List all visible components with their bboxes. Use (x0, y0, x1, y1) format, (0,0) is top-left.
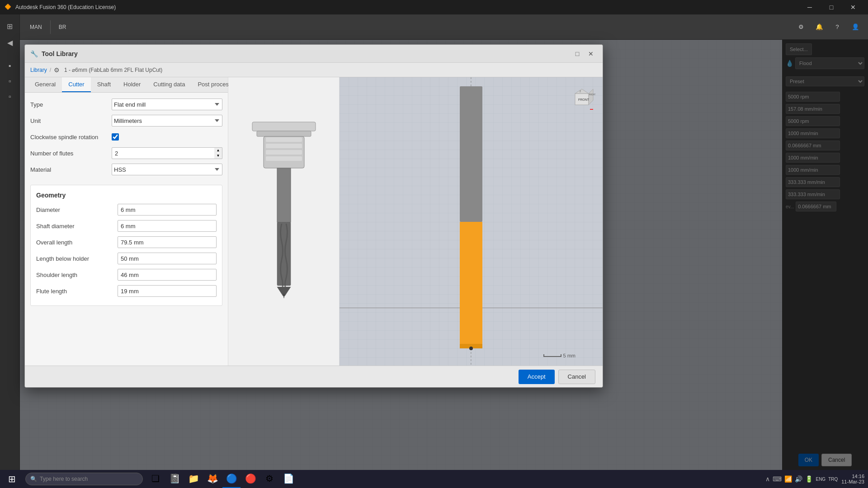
taskbar-app-notepad[interactable]: 📓 (165, 470, 184, 488)
taskbar-app-doc[interactable]: 📄 (279, 470, 297, 488)
title-bar: 🔶 Autodesk Fusion 360 (Education License… (0, 0, 868, 14)
tab-cutting-data[interactable]: Cutting data (147, 77, 191, 92)
sidebar-grid-icon[interactable]: ⊞ (3, 19, 17, 33)
svg-rect-15 (460, 86, 482, 222)
close-btn[interactable]: ✕ (843, 0, 863, 14)
scale-text: 5 mm (563, 353, 576, 358)
svg-rect-4 (266, 137, 302, 142)
dialog-maximize-btn[interactable]: □ (571, 49, 584, 59)
tool-preview-area (228, 77, 340, 366)
material-select[interactable]: HSS (112, 164, 222, 175)
geometry-section: Geometry Diameter Shaft diameter Overall (30, 185, 222, 306)
vp-tool-svg (453, 86, 489, 357)
tray-wifi-icon[interactable]: 🔊 (795, 475, 802, 483)
app-red-icon: 🔴 (245, 473, 256, 484)
length-below-holder-input[interactable] (118, 253, 217, 264)
dialog-title-icon: 🔧 (30, 50, 38, 57)
tray-battery-icon[interactable]: 🔋 (805, 475, 813, 483)
toolbar-settings-icon[interactable]: ⚙ (794, 20, 808, 34)
left-sidebar: ⊞ ◀ ▪ ▫ ▫ (0, 14, 20, 488)
shoulder-length-input[interactable] (118, 269, 217, 281)
taskbar-app-red[interactable]: 🔴 (241, 470, 259, 488)
tab-holder[interactable]: Holder (117, 77, 147, 92)
sidebar-item2[interactable]: ▫ (3, 74, 17, 89)
window-controls: ─ □ ✕ (799, 0, 863, 14)
tray-network-icon[interactable]: 📶 (784, 475, 792, 483)
shoulder-length-label: Shoulder length (36, 272, 118, 278)
length-below-holder-row: Length below holder (36, 252, 217, 265)
sidebar-item1[interactable]: ▪ (3, 59, 17, 73)
app-area: ⊞ ◀ ▪ ▫ ▫ MAN BR ⚙ 🔔 ? 👤 (0, 14, 868, 488)
length-below-holder-label: Length below holder (36, 255, 118, 262)
doc-icon: 📄 (283, 473, 294, 484)
svg-rect-8 (277, 168, 291, 222)
toolbar-bell-icon[interactable]: 🔔 (812, 20, 826, 34)
panel-content: Type Flat end mill Unit Millimeters (25, 93, 228, 366)
svg-marker-21 (589, 89, 593, 105)
toolbar-user-icon[interactable]: 👤 (848, 20, 863, 34)
breadcrumb-item-icon: ⚙ (54, 66, 60, 74)
dialog-viewport: 5 mm FRONT RIGHT Z (340, 77, 603, 366)
firefox-icon: 🦊 (207, 473, 218, 484)
shaft-diameter-input[interactable] (118, 220, 217, 232)
search-icon: 🔍 (30, 476, 37, 482)
taskbar-app-firefox[interactable]: 🦊 (203, 470, 222, 488)
sidebar-arrow-icon[interactable]: ◀ (3, 35, 17, 50)
unit-select[interactable]: Millimeters (112, 115, 222, 127)
search-placeholder[interactable]: Type here to search (40, 476, 88, 482)
cancel-button[interactable]: Cancel (558, 370, 595, 384)
taskbar-app-taskview[interactable]: ❏ (146, 470, 165, 488)
spindle-checkbox[interactable] (112, 133, 119, 141)
spindle-row: Clockwise spindle rotation (30, 131, 222, 143)
flute-length-label: Flute length (36, 288, 118, 295)
search-bar: 🔍 Type here to search (25, 473, 143, 485)
taskbar-app-settings[interactable]: ⚙ (260, 470, 278, 488)
tray-lang: ENG (816, 477, 826, 482)
sidebar-item3[interactable]: ▫ (3, 89, 17, 104)
tab-shaft[interactable]: Shaft (91, 77, 117, 92)
clock-date: 11-Mar-23 (841, 479, 864, 484)
flutes-up-btn[interactable]: ▲ (214, 148, 222, 153)
dialog-body: General Cutter Shaft Holder Cutting data… (25, 77, 603, 366)
tab-general[interactable]: General (28, 77, 62, 92)
material-row: Material HSS (30, 163, 222, 176)
geometry-title: Geometry (36, 190, 217, 199)
maximize-btn[interactable]: □ (821, 0, 842, 14)
nav-cube[interactable]: FRONT RIGHT Z (568, 84, 595, 112)
toolbar-help-icon[interactable]: ? (830, 20, 844, 34)
diameter-input[interactable] (118, 204, 217, 216)
accept-button[interactable]: Accept (519, 370, 555, 384)
dialog-close-btn[interactable]: ✕ (585, 49, 597, 59)
tab-cutter[interactable]: Cutter (62, 77, 90, 92)
type-select[interactable]: Flat end mill (112, 99, 222, 110)
clock-time: 14:16 (841, 474, 864, 479)
start-button[interactable]: ⊞ (0, 470, 24, 488)
overall-length-input[interactable] (118, 236, 217, 248)
tray-up-icon[interactable]: ∧ (765, 475, 770, 483)
svg-text:Z: Z (580, 90, 581, 93)
taskbar-apps: ❏ 📓 📁 🦊 🔵 🔴 ⚙ 📄 (146, 470, 297, 488)
shaft-diameter-label: Shaft diameter (36, 223, 118, 230)
shoulder-length-row: Shoulder length (36, 268, 217, 281)
svg-rect-1 (252, 122, 316, 131)
man-button[interactable]: MAN (25, 19, 47, 35)
spindle-label: Clockwise spindle rotation (30, 134, 112, 141)
flutes-down-btn[interactable]: ▼ (214, 153, 222, 159)
taskbar-app-fusion[interactable]: 🔵 (222, 470, 241, 488)
br-button[interactable]: BR (54, 19, 71, 35)
scale-line (543, 354, 561, 357)
taskbar-clock: 14:16 11-Mar-23 (841, 474, 864, 484)
flute-length-input[interactable] (118, 285, 217, 297)
breadcrumb-library-link[interactable]: Library (30, 67, 47, 73)
vp-tool-container (453, 86, 489, 359)
overall-length-row: Overall length (36, 236, 217, 249)
breadcrumb-separator: / (50, 67, 51, 73)
scale-bar: 5 mm (543, 353, 576, 358)
minimize-btn[interactable]: ─ (799, 0, 820, 14)
taskbar-app-filemanager[interactable]: 📁 (184, 470, 203, 488)
flutes-label: Number of flutes (30, 150, 112, 157)
flutes-input[interactable] (112, 147, 222, 159)
toolbar-right: ⚙ 🔔 ? 👤 (794, 20, 863, 34)
nav-cube-svg: FRONT RIGHT Z (568, 84, 595, 112)
taskbar-right: ∧ ⌨ 📶 🔊 🔋 ENG TRQ 14:16 11-Mar-23 (765, 474, 868, 484)
